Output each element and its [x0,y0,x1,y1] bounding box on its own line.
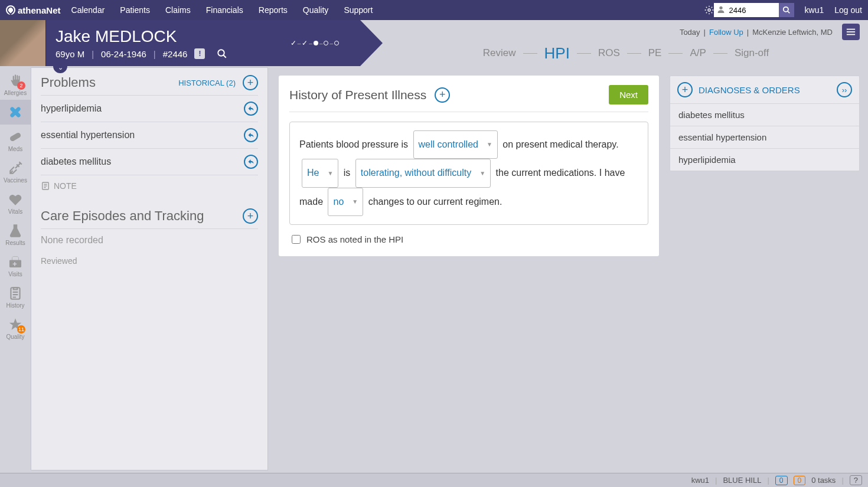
rail-history[interactable]: History [0,281,31,312]
patient-name: Jake MEDLOCK [56,27,227,46]
diagnosis-item[interactable]: diabetes mellitus [670,104,859,126]
text: changes to our current regimen. [368,197,502,207]
logout-link[interactable]: Log out [834,5,862,15]
problem-label: essential hypertension [41,130,135,140]
rail-allergies[interactable]: 2 Allergies [0,68,31,100]
add-hpi-button[interactable]: + [435,87,450,103]
rail-visits[interactable]: Visits [0,250,31,281]
bp-control-select[interactable]: well controlled▼ [413,130,498,159]
wf-pe[interactable]: PE [644,47,667,59]
gear-icon[interactable] [704,5,714,15]
svg-point-0 [708,9,710,11]
problem-label: hyperlipidemia [41,103,102,114]
diagnoses-card: + DIAGNOSES & ORDERS ›› diabetes mellitu… [670,76,860,171]
share-icon[interactable] [244,128,258,142]
rail-meds[interactable]: Meds [0,125,31,156]
patient-dob: 06-24-1946 [101,49,146,59]
badge: 11 [17,325,25,334]
nav-claims[interactable]: Claims [165,5,191,15]
top-nav: athenaNet Calendar Patients Claims Finan… [0,0,868,20]
note-button[interactable]: NOTE [41,175,258,197]
nav-support[interactable]: Support [344,5,373,15]
historical-link[interactable]: HISTORICAL (2) [178,79,236,87]
diagnosis-item[interactable]: essential hypertension [670,126,859,149]
hand-icon: 2 [8,73,23,89]
count-blue[interactable]: 0 [775,476,788,485]
diagnosis-item[interactable]: hyperlipidemia [670,149,859,171]
status-location: BLUE HILL [723,476,761,485]
ros-checkbox[interactable] [292,235,301,244]
main: ⌄ 2 Allergies Meds Vaccines [0,66,868,473]
banner-row: Jake MEDLOCK 69yo M | 06-24-1946 | #2446… [0,20,868,66]
nav-calendar[interactable]: Calendar [71,5,105,15]
patient-id: #2446 [163,49,188,59]
logo-text: athenaNet [18,5,61,15]
changes-select[interactable]: no▼ [328,188,363,216]
diagnoses-title: DIAGNOSES & ORDERS [699,85,800,95]
help-button[interactable]: ? [850,475,862,485]
rail-vitals[interactable]: Vitals [0,187,31,218]
left-panel: Problems HISTORICAL (2) + hyperlipidemia… [31,67,268,470]
text: is [344,168,351,178]
problem-row[interactable]: diabetes mellitus [41,148,258,175]
visit-type-link[interactable]: Follow Up [709,28,743,37]
add-care-button[interactable]: + [243,208,258,224]
next-button[interactable]: Next [609,85,648,104]
wf-hpi[interactable]: HPI [540,44,575,63]
svg-line-5 [224,55,227,58]
problem-row[interactable]: hyperlipidemia [41,95,258,122]
rail-results[interactable]: Results [0,218,31,250]
bandage-icon [8,104,23,120]
progress-indicator: ✓– ✓– – – [291,39,339,47]
search-patient-icon[interactable] [217,48,227,59]
wf-ap[interactable]: A/P [685,47,710,59]
count-orange[interactable]: 0 [794,476,806,485]
tolerating-select[interactable]: tolerating, without difficulty▼ [355,159,491,187]
wf-ros[interactable]: ROS [593,47,625,59]
nav-quality[interactable]: Quality [303,5,329,15]
ros-checkbox-row[interactable]: ROS as noted in the HPI [289,234,648,244]
rail-label: History [6,302,24,309]
problem-label: diabetes mellitus [41,156,111,167]
logo[interactable]: athenaNet [6,5,61,15]
problem-row[interactable]: essential hypertension [41,122,258,148]
tasks-label[interactable]: 0 tasks [811,476,836,485]
expand-icon[interactable]: ›› [837,82,852,97]
check-icon: ✓ [302,39,308,47]
nav-reports[interactable]: Reports [259,5,288,15]
check-icon: ✓ [291,39,296,47]
hpi-title: History of Present Illness [289,88,426,102]
dot-open-icon [324,41,328,45]
patient-info: Jake MEDLOCK 69yo M | 06-24-1946 | #2446… [46,22,237,64]
nav-items: Calendar Patients Claims Financials Repo… [71,5,697,15]
nav-financials[interactable]: Financials [206,5,243,15]
menu-icon[interactable] [842,24,860,40]
add-diagnosis-button[interactable]: + [677,82,693,97]
rail-label: Vitals [8,208,22,215]
wf-review[interactable]: Review [478,47,521,59]
rail-label: Quality [6,334,24,340]
rail-problems[interactable] [0,100,31,125]
alert-icon[interactable]: ! [194,48,205,59]
share-icon[interactable] [244,102,258,116]
wf-signoff[interactable]: Sign-off [730,47,774,59]
search-button[interactable] [779,3,794,17]
chevron-down-icon: ▼ [479,166,485,181]
svg-point-1 [719,6,722,9]
chevron-down-icon: ▼ [327,166,333,181]
reviewed-label: Reviewed [41,251,258,270]
right-panel: + DIAGNOSES & ORDERS ›› diabetes mellitu… [667,66,868,473]
svg-point-2 [783,7,788,12]
svg-line-3 [787,11,789,14]
share-icon[interactable] [244,155,258,169]
rail-vaccines[interactable]: Vaccines [0,156,31,187]
add-problem-button[interactable]: + [243,75,258,90]
patient-avatar[interactable] [0,20,46,66]
logo-icon [6,5,15,15]
patient-banner: Jake MEDLOCK 69yo M | 06-24-1946 | #2446… [0,20,360,66]
text: on present medical therapy. [502,139,618,149]
nav-patients[interactable]: Patients [120,5,150,15]
rail-quality[interactable]: 11 Quality [0,312,31,344]
pronoun-select[interactable]: He▼ [302,159,338,187]
user-name[interactable]: kwu1 [805,5,824,15]
